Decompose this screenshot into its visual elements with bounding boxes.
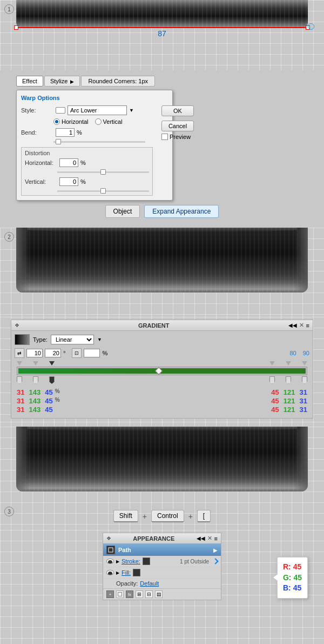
panel-menu-icon[interactable]: ≡ — [306, 322, 309, 329]
vertical-radio[interactable]: Vertical — [95, 118, 123, 125]
step-2-badge: 2 — [4, 232, 14, 242]
style-dropdown[interactable]: Arc Lower — [68, 105, 127, 115]
type-dropdown-arrow: ▼ — [97, 337, 102, 342]
g2r-val: 121 — [284, 397, 295, 405]
distortion-title: Distortion — [25, 150, 149, 156]
color-stop-6[interactable] — [302, 376, 307, 384]
appearance-collapse-icon[interactable]: ◀◀ — [197, 535, 205, 541]
bend-slider[interactable] — [53, 141, 145, 143]
appearance-menu-icon[interactable]: ≡ — [214, 535, 218, 542]
panel-collapse-icon[interactable]: ◀◀ — [288, 322, 297, 328]
rgb-row-right-3: 45 121 31 — [271, 406, 307, 414]
fill-expand-arrow[interactable]: ▶ — [116, 570, 119, 575]
preview-checkbox-row: Preview — [161, 134, 194, 140]
arc-icon — [56, 107, 65, 114]
stop-diamond-6[interactable] — [302, 361, 307, 366]
horiz-dist-slider[interactable] — [57, 171, 149, 173]
fill-color-swatch[interactable] — [133, 569, 140, 576]
square-icon[interactable] — [116, 590, 124, 598]
r2-val: 31 — [17, 397, 24, 405]
delete-icon[interactable]: ⊟ — [145, 590, 153, 598]
stroke-value: 1 pt Outside — [180, 559, 209, 565]
tooltip-b-value: 45 — [293, 583, 302, 592]
appearance-close-icon[interactable]: ✕ — [207, 535, 212, 542]
rgb-display-area: 31 143 45 % 31 143 45 % — [15, 387, 309, 415]
stop-diamond-5[interactable] — [286, 361, 291, 366]
canvas-strip: 87 — [16, 0, 308, 38]
stroke-visibility-eye[interactable] — [106, 559, 114, 564]
opacity-value[interactable]: Default — [140, 580, 159, 587]
appearance-section: ❖ APPEARANCE ◀◀ ✕ ≡ Path ▶ ▶ Stroke: — [0, 530, 324, 611]
object-button[interactable]: Object — [105, 205, 140, 218]
warp-section: Effect Stylize ▶ Rounded Corners: 1px Wa… — [0, 70, 324, 228]
stop2 — [33, 361, 38, 366]
stop-diamond-4[interactable] — [269, 361, 275, 366]
pct1: % — [55, 388, 60, 396]
vert-dist-input[interactable] — [59, 177, 78, 186]
stroke-expand-arrow[interactable]: ▶ — [116, 559, 119, 564]
horiz-dist-thumb[interactable] — [100, 169, 106, 175]
stop-diamond-3[interactable] — [49, 361, 55, 366]
style-row: Style: Arc Lower ▼ — [21, 105, 153, 115]
pct-sign: % — [102, 350, 107, 356]
vert-dist-slider[interactable] — [57, 190, 149, 192]
gradient-bar[interactable] — [17, 367, 307, 375]
stroke-label[interactable]: Stroke: — [122, 558, 140, 565]
stylize-menu[interactable]: Stylize ▶ — [44, 76, 80, 87]
panel-close-icon[interactable]: ✕ — [299, 322, 304, 329]
g1r-val: 121 — [284, 388, 295, 396]
dialog-left: Style: Arc Lower ▼ Horizontal — [21, 105, 153, 196]
anchor-circle — [308, 23, 314, 30]
angle-input2[interactable] — [45, 349, 61, 357]
horizontal-radio[interactable]: Horizontal — [53, 118, 89, 125]
tooltip-b-line: B: 45 — [283, 583, 302, 594]
bend-input[interactable] — [56, 128, 75, 137]
reverse-gradient-icon[interactable]: ⇄ — [15, 348, 24, 358]
pct-input[interactable] — [84, 349, 100, 357]
new-item-icon[interactable]: + — [106, 590, 114, 598]
color-stop-4[interactable] — [269, 376, 275, 384]
expand-appearance-button[interactable]: Expand Appearance — [144, 205, 219, 218]
color-stop-3[interactable] — [49, 376, 55, 384]
cancel-button[interactable]: Cancel — [161, 121, 194, 131]
menu-bar: Effect Stylize ▶ Rounded Corners: 1px — [16, 76, 308, 87]
g1-val: 143 — [29, 388, 40, 396]
fill-visibility-eye[interactable] — [106, 570, 114, 575]
path-expand-icon[interactable]: ▶ — [213, 547, 218, 553]
appearance-title-bar: ❖ APPEARANCE ◀◀ ✕ ≡ — [103, 533, 221, 544]
stroke-color-swatch[interactable] — [143, 557, 150, 565]
appearance-panel: ❖ APPEARANCE ◀◀ ✕ ≡ Path ▶ ▶ Stroke: — [103, 533, 221, 600]
bend-slider-thumb[interactable] — [56, 139, 61, 144]
stroke-link-arrow[interactable] — [212, 558, 218, 564]
color-stop-5[interactable] — [286, 376, 291, 384]
vert-dist-thumb[interactable] — [100, 188, 106, 194]
pct2: % — [55, 397, 60, 405]
vertical-radio-dot[interactable] — [95, 118, 102, 125]
duplicate-icon[interactable]: ⊞ — [136, 590, 143, 598]
stop-diamond-2[interactable] — [33, 361, 38, 366]
preview-checkbox[interactable] — [161, 134, 168, 140]
shift-key[interactable]: Shift — [113, 510, 138, 522]
rgb-row-2: 31 143 45 % — [17, 397, 60, 405]
appearance-panel-title: APPEARANCE — [133, 535, 174, 542]
b2-val: 45 — [45, 397, 52, 405]
fx-button[interactable]: fx — [126, 590, 133, 598]
aspect-ratio-icon[interactable]: ⊡ — [72, 348, 82, 358]
bracket-key[interactable]: [ — [197, 510, 211, 522]
angle-input[interactable] — [26, 349, 43, 357]
color-stop-1[interactable] — [17, 376, 22, 384]
dialog-content: Style: Arc Lower ▼ Horizontal — [21, 105, 168, 196]
rgb-row-3: 31 143 45 — [17, 406, 60, 414]
horizontal-radio-dot[interactable] — [53, 118, 60, 125]
control-key[interactable]: Control — [151, 510, 184, 522]
stop3 — [49, 361, 55, 366]
fill-label[interactable]: Fill: — [122, 569, 131, 576]
horiz-dist-input[interactable] — [59, 158, 78, 167]
gradient-type-select[interactable]: Linear — [51, 335, 94, 344]
menu-footer-icon[interactable]: ▤ — [155, 590, 163, 598]
stop-diamond-1[interactable] — [17, 361, 22, 366]
color-stop-2[interactable] — [33, 376, 38, 384]
ok-button[interactable]: OK — [161, 105, 194, 116]
effect-menu[interactable]: Effect — [16, 76, 43, 87]
style-label: Style: — [21, 107, 53, 114]
